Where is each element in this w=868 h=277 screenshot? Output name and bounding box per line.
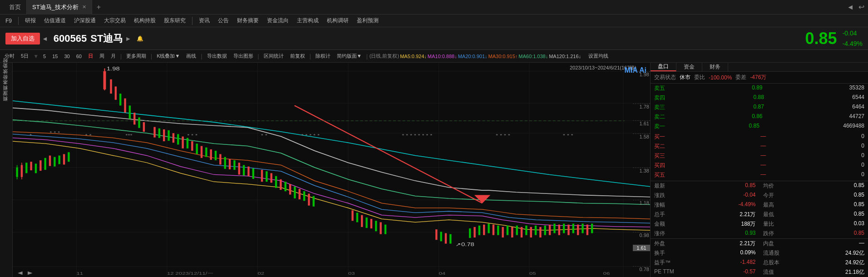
svg-rect-75 — [356, 213, 358, 222]
svg-text:* * * * * * * *: * * * * * * * * — [402, 133, 433, 137]
period-day[interactable]: 日 — [85, 52, 96, 60]
menu-valuation[interactable]: 估值通道 — [40, 16, 69, 25]
menu-announcement[interactable]: 公告 — [214, 16, 232, 25]
info-zhangfu: 涨幅 -4.49% — [651, 200, 760, 210]
sidebar-label-fenshi[interactable]: 分时 — [0, 64, 12, 70]
ma60-label[interactable]: MA60:1.038↓ — [518, 54, 548, 59]
svg-rect-71 — [303, 191, 305, 201]
buy-row-4: 买四 — 0 — [651, 161, 868, 170]
svg-rect-20 — [30, 162, 32, 170]
svg-text:05: 05 — [529, 271, 536, 276]
info-liangbi: 量比 0.03 — [760, 219, 868, 229]
period-month[interactable]: 月 — [108, 52, 118, 60]
ma10-label[interactable]: MA10:0.888↓ — [428, 54, 457, 59]
svg-rect-92 — [493, 225, 494, 235]
ma20-label[interactable]: MA20:0.901↓ — [458, 54, 488, 59]
stock-change-abs: -0.04 — [843, 28, 863, 38]
kline-overlay[interactable]: K线叠加▼ — [154, 52, 182, 60]
simple-view[interactable]: 简约版面▼ — [334, 52, 365, 60]
tab-analysis[interactable]: ST迪马_技术分析 ✕ — [27, 0, 92, 15]
chart-area[interactable]: 2023/10/13~2024/6/21(167根) MIA Ai 1.98 1… — [13, 63, 650, 277]
svg-rect-54 — [219, 154, 221, 164]
buy3-qty: 0 — [861, 152, 864, 160]
tab-zijin[interactable]: 资金 — [676, 63, 702, 71]
more-period[interactable]: 更多周期 — [123, 52, 149, 60]
zuidi-val: 0.85 — [854, 211, 864, 218]
buy2-price: — — [760, 143, 766, 150]
svg-rect-84 — [445, 233, 447, 244]
menu-research[interactable]: 研报 — [21, 16, 39, 25]
svg-text:* * * *: * * * * — [496, 133, 510, 137]
sidebar-label-ziliao2[interactable]: 资料 — [0, 103, 12, 108]
range-stat[interactable]: 区间统计 — [261, 52, 286, 60]
ma30-label[interactable]: MA30:0.915↑ — [488, 54, 518, 59]
nav-back-button[interactable]: ◄ — [847, 3, 854, 11]
pre-rights[interactable]: 前复权 — [287, 52, 308, 60]
svg-rect-49 — [196, 143, 197, 154]
prev-stock-arrow[interactable]: ◄ — [42, 35, 48, 42]
info-zuidi: 最低 0.85 — [760, 210, 868, 219]
export-chart[interactable]: 导出图形 — [231, 52, 256, 60]
wei-bi-label: 委比 — [694, 74, 705, 81]
trade-status-label: 交易状态 — [654, 74, 676, 81]
export-data[interactable]: 导出数据 — [204, 52, 230, 60]
menu-news[interactable]: 资讯 — [195, 16, 213, 25]
svg-rect-47 — [187, 138, 188, 148]
svg-rect-87 — [469, 228, 471, 238]
next-stock-arrow[interactable]: ► — [125, 35, 131, 42]
menu-institutional-research[interactable]: 机构调研 — [323, 16, 352, 25]
period-5[interactable]: 5 — [40, 53, 49, 60]
bell-icon[interactable]: 🔔 — [137, 35, 143, 42]
menu-capital-flow[interactable]: 资金流向 — [263, 16, 292, 25]
period-30[interactable]: 30 — [61, 53, 72, 60]
sell3-price: 0.87 — [753, 104, 764, 111]
period-5day[interactable]: 5日 — [18, 52, 31, 60]
menu-shareholder[interactable]: 股东研究 — [160, 16, 189, 25]
svg-rect-36 — [129, 105, 131, 119]
tab-home[interactable]: 首页 — [4, 0, 27, 15]
svg-rect-45 — [177, 134, 179, 144]
ma5-label[interactable]: MA5:0.924↓ — [400, 54, 427, 59]
sell4-price: 0.88 — [753, 94, 764, 102]
menu-financial-summary[interactable]: 财务摘要 — [233, 16, 262, 25]
menu-institutional[interactable]: 机构持股 — [130, 16, 159, 25]
sell1-label: 卖一 — [654, 123, 665, 130]
svg-rect-88 — [473, 227, 475, 237]
add-tab-button[interactable]: + — [92, 3, 105, 11]
zhangdie-val: -0.04 — [743, 192, 755, 199]
sep7: | — [366, 53, 368, 59]
close-tab-icon[interactable]: ✕ — [82, 4, 86, 10]
sidebar-label-zoushi[interactable]: 走势 — [0, 70, 12, 75]
svg-text:***: *** — [125, 133, 133, 137]
menu-bulk-trade[interactable]: 大宗交易 — [100, 16, 129, 25]
sidebar-label-jishu[interactable]: 技术 — [0, 75, 12, 81]
draw-tool[interactable]: 画线 — [183, 52, 199, 60]
svg-rect-102 — [539, 227, 541, 237]
ma120-label[interactable]: MA120:1.216↓ — [549, 54, 581, 59]
ex-rights[interactable]: 除权计 — [313, 52, 333, 60]
tab-pankou[interactable]: 盘口 — [651, 63, 676, 71]
menu-main-buy[interactable]: 主营构成 — [293, 16, 322, 25]
sidebar-label-ziliao1[interactable]: 资料 — [0, 92, 12, 97]
jinkai-val: 0.85 — [854, 192, 864, 199]
nav-forward-button[interactable]: ↩ — [858, 3, 864, 11]
tab-caiwu[interactable]: 财务 — [702, 63, 728, 71]
sidebar-label-shendu[interactable]: 深度 — [0, 97, 12, 103]
sidebar-label-jiben[interactable]: 基本 — [0, 86, 12, 92]
menu-profit-forecast[interactable]: 盈利预测 — [353, 16, 382, 25]
sell-row-1: 卖一 0.85 4669488 — [651, 122, 868, 131]
period-15[interactable]: 15 — [49, 53, 60, 60]
svg-rect-99 — [525, 226, 527, 235]
set-ma[interactable]: 设置均线 — [586, 52, 611, 60]
svg-rect-113 — [591, 224, 593, 233]
add-watchlist-button[interactable]: 加入自选 — [5, 33, 40, 45]
period-fen-shi[interactable]: 分时 — [2, 52, 17, 60]
sidebar-label-fenxi[interactable]: 分析 — [0, 81, 12, 86]
period-week[interactable]: 周 — [97, 52, 107, 60]
period-60[interactable]: 60 — [74, 53, 84, 60]
menu-shanghai[interactable]: 沪深股通 — [70, 16, 99, 25]
menu-f9[interactable]: F9 — [2, 17, 15, 25]
svg-rect-111 — [582, 224, 583, 233]
info-huanshou: 换手 0.09% — [651, 248, 760, 258]
sep6: | — [310, 53, 311, 59]
